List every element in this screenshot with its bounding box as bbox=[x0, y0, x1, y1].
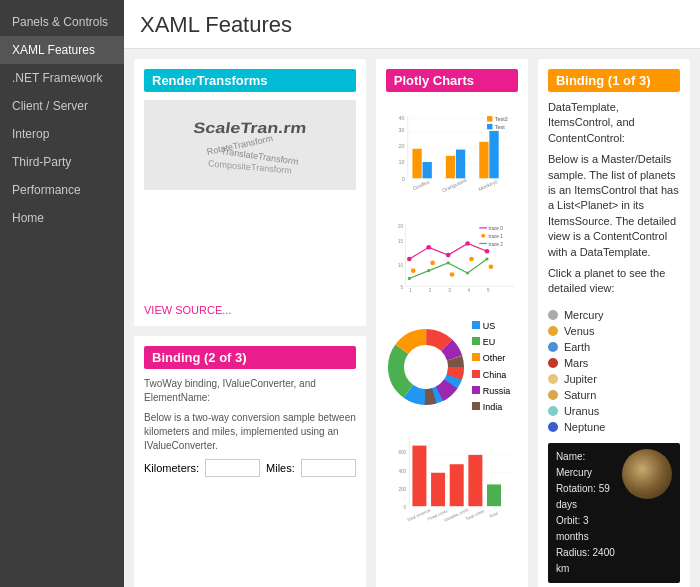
vbar2-svg: 0 200 400 600 bbox=[386, 419, 518, 539]
miles-input[interactable] bbox=[301, 459, 356, 477]
svg-text:600: 600 bbox=[398, 450, 406, 455]
planet-name-saturn: Saturn bbox=[564, 389, 596, 401]
svg-point-46 bbox=[446, 261, 449, 264]
content-area: RenderTransforms ScaleTran.rm RotateTran… bbox=[124, 49, 700, 587]
svg-rect-70 bbox=[412, 446, 426, 507]
svg-point-39 bbox=[411, 268, 416, 273]
svg-text:1: 1 bbox=[409, 288, 412, 293]
binding2-title: Binding (2 of 3) bbox=[144, 346, 356, 369]
sidebar-item-client-server[interactable]: Client / Server bbox=[0, 92, 124, 120]
svg-point-40 bbox=[430, 261, 435, 266]
svg-text:20: 20 bbox=[398, 224, 404, 229]
svg-point-37 bbox=[465, 241, 470, 246]
plotly-charts-card: Plotly Charts 0 10 20 30 40 bbox=[376, 59, 528, 587]
svg-rect-12 bbox=[446, 156, 455, 179]
svg-text:4: 4 bbox=[467, 288, 470, 293]
svg-point-35 bbox=[426, 245, 431, 250]
svg-text:3: 3 bbox=[448, 288, 451, 293]
planet-name-jupiter: Jupiter bbox=[564, 373, 597, 385]
planet-name-venus: Venus bbox=[564, 325, 595, 337]
planet-dot-venus bbox=[548, 326, 558, 336]
svg-text:trace 2: trace 2 bbox=[488, 242, 503, 247]
svg-point-61 bbox=[412, 353, 440, 381]
render-transforms-visual: ScaleTran.rm RotateTransform TranslateTr… bbox=[144, 100, 356, 190]
svg-text:Test: Test bbox=[495, 124, 505, 130]
scatter-chart: 5 10 15 20 1 2 3 4 5 bbox=[386, 214, 518, 314]
svg-text:40: 40 bbox=[398, 115, 404, 121]
svg-text:10: 10 bbox=[398, 159, 404, 165]
planet-item-jupiter[interactable]: Jupiter bbox=[548, 371, 680, 387]
km-miles-row: Kilometers: Miles: bbox=[144, 459, 356, 477]
sidebar-item-home[interactable]: Home bbox=[0, 204, 124, 232]
planet-item-earth[interactable]: Earth bbox=[548, 339, 680, 355]
svg-text:2: 2 bbox=[429, 288, 432, 293]
main-panel: XAML Features RenderTransforms ScaleTran… bbox=[124, 0, 700, 587]
svg-text:Orangutans: Orangutans bbox=[441, 177, 468, 194]
svg-rect-19 bbox=[487, 116, 492, 121]
svg-text:Test2: Test2 bbox=[495, 116, 508, 122]
sidebar-item-panels-controls[interactable]: Panels & Controls bbox=[0, 8, 124, 36]
planet-list: Mercury Venus Earth Mars Jupiter bbox=[548, 307, 680, 435]
svg-rect-14 bbox=[479, 142, 488, 179]
planet-item-mars[interactable]: Mars bbox=[548, 355, 680, 371]
planet-dot-mars bbox=[548, 358, 558, 368]
planet-item-saturn[interactable]: Saturn bbox=[548, 387, 680, 403]
svg-rect-13 bbox=[456, 150, 465, 179]
kilometers-input[interactable] bbox=[205, 459, 260, 477]
binding1-description: DataTemplate, ItemsControl, and ContentC… bbox=[548, 100, 680, 146]
planet-dot-saturn bbox=[548, 390, 558, 400]
scatter-svg: 5 10 15 20 1 2 3 4 5 bbox=[386, 214, 518, 304]
planet-detail-rotation: Rotation: 59 days bbox=[556, 481, 616, 513]
planet-item-venus[interactable]: Venus bbox=[548, 323, 680, 339]
svg-rect-21 bbox=[487, 124, 492, 129]
svg-text:15: 15 bbox=[398, 239, 404, 244]
svg-text:20: 20 bbox=[398, 143, 404, 149]
svg-rect-11 bbox=[422, 162, 431, 178]
svg-text:200: 200 bbox=[398, 487, 406, 492]
planet-name-neptune: Neptune bbox=[564, 421, 606, 433]
sidebar-item-xaml-features[interactable]: XAML Features bbox=[0, 36, 124, 64]
planet-detail-box: Name: Mercury Rotation: 59 days Orbit: 3… bbox=[548, 443, 680, 583]
binding2-card: Binding (2 of 3) TwoWay binding, IValueC… bbox=[134, 336, 366, 587]
binding1-detail: Below is a Master/Details sample. The li… bbox=[548, 152, 680, 260]
svg-text:10: 10 bbox=[398, 263, 404, 268]
planet-item-uranus[interactable]: Uranus bbox=[548, 403, 680, 419]
binding2-view-source[interactable]: VIEW SOURCE... bbox=[144, 583, 356, 587]
binding1-card: Binding (1 of 3) DataTemplate, ItemsCont… bbox=[538, 59, 690, 587]
svg-point-34 bbox=[407, 257, 412, 262]
svg-point-44 bbox=[408, 277, 411, 280]
render-transforms-view-source[interactable]: VIEW SOURCE... bbox=[144, 298, 356, 316]
planet-dot-jupiter bbox=[548, 374, 558, 384]
planet-detail-radius: Radius: 2400 km bbox=[556, 545, 616, 577]
planet-name-uranus: Uranus bbox=[564, 405, 599, 417]
svg-rect-73 bbox=[468, 455, 482, 506]
binding1-view-source[interactable]: VIEW SOURCE... bbox=[548, 583, 680, 587]
sidebar-item-third-party[interactable]: Third-Party bbox=[0, 148, 124, 176]
svg-rect-15 bbox=[489, 131, 498, 178]
planet-detail-orbit: Orbit: 3 months bbox=[556, 513, 616, 545]
sidebar: Panels & Controls XAML Features .NET Fra… bbox=[0, 0, 124, 587]
planet-name-mercury: Mercury bbox=[564, 309, 604, 321]
miles-label: Miles: bbox=[266, 462, 295, 474]
sidebar-item-net-framework[interactable]: .NET Framework bbox=[0, 64, 124, 92]
svg-rect-72 bbox=[449, 464, 463, 506]
svg-point-36 bbox=[446, 253, 451, 258]
sidebar-item-performance[interactable]: Performance bbox=[0, 176, 124, 204]
sidebar-item-interop[interactable]: Interop bbox=[0, 120, 124, 148]
svg-text:0: 0 bbox=[401, 176, 404, 182]
planet-dot-mercury bbox=[548, 310, 558, 320]
svg-rect-71 bbox=[431, 473, 445, 506]
svg-text:trace 0: trace 0 bbox=[488, 226, 503, 231]
planet-dot-neptune bbox=[548, 422, 558, 432]
binding1-click-hint: Click a planet to see the detailed view: bbox=[548, 266, 680, 297]
km-label: Kilometers: bbox=[144, 462, 199, 474]
svg-point-43 bbox=[488, 264, 493, 269]
donut-legend: US EU Other China Russia India bbox=[472, 318, 511, 415]
planet-item-neptune[interactable]: Neptune bbox=[548, 419, 680, 435]
bar-chart-1: 0 10 20 30 40 bbox=[386, 100, 518, 210]
svg-point-42 bbox=[469, 257, 474, 262]
svg-text:30: 30 bbox=[398, 127, 404, 133]
bar-chart-svg: 0 10 20 30 40 bbox=[386, 100, 518, 210]
binding2-detail: Below is a two-way conversion sample bet… bbox=[144, 411, 356, 453]
planet-item-mercury[interactable]: Mercury bbox=[548, 307, 680, 323]
